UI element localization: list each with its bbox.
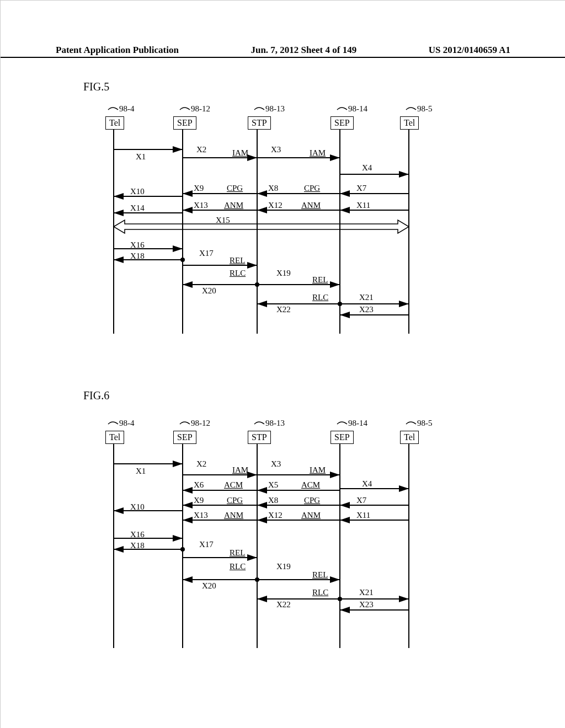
lifeline6-3: [257, 444, 258, 648]
fig6-diagram: 98-4 98-12 98-13 98-14 98-5 Tel SEP STP …: [83, 420, 470, 684]
x8b: X8: [268, 496, 278, 505]
x5b: X5: [268, 480, 278, 490]
msg-anm-1: ANM: [224, 201, 243, 210]
x3: X3: [271, 145, 281, 154]
x17: X17: [199, 249, 214, 258]
x2b: X2: [196, 459, 206, 469]
fig5-diagram: 98-4 98-12 98-13 98-14 98-5 Tel SEP STP …: [83, 105, 470, 370]
ref6-98-12: 98-12: [191, 419, 210, 428]
ref-98-12: 98-12: [191, 104, 210, 114]
x15: X15: [216, 216, 230, 225]
lifeline6-5: [408, 444, 409, 648]
x16b: X16: [130, 530, 145, 539]
x3b: X3: [271, 459, 281, 469]
lifeline-2: [182, 130, 183, 334]
x18b: X18: [130, 541, 145, 550]
msg-rel-2: REL: [312, 275, 328, 285]
msg6-rlc-1: RLC: [230, 562, 246, 571]
msg-cpg-1: CPG: [227, 184, 243, 193]
msg-anm-2: ANM: [301, 201, 321, 210]
page-header: Patent Application Publication Jun. 7, 2…: [1, 45, 565, 58]
x8: X8: [268, 184, 278, 193]
x13: X13: [194, 201, 208, 210]
msg-rlc-1: RLC: [230, 269, 246, 278]
x2: X2: [196, 145, 206, 154]
x10: X10: [130, 187, 145, 196]
msg-iam-2: IAM: [310, 148, 326, 158]
x20b: X20: [202, 581, 216, 591]
msg6-acm-1: ACM: [224, 480, 243, 490]
x9b: X9: [194, 496, 204, 505]
x21b: X21: [359, 588, 374, 597]
x12b: X12: [268, 511, 282, 520]
x19: X19: [276, 269, 291, 278]
x14: X14: [130, 204, 145, 213]
ref6-98-14: 98-14: [348, 419, 367, 428]
header-left: Patent Application Publication: [56, 45, 179, 56]
x13b: X13: [194, 511, 208, 520]
x16: X16: [130, 240, 145, 250]
msg6-cpg-1: CPG: [227, 496, 243, 505]
lifeline-5: [408, 130, 409, 334]
x7b: X7: [356, 496, 366, 505]
msg6-rel-1: REL: [230, 548, 245, 558]
node6-tel-right: Tel: [400, 431, 419, 444]
msg6-cpg-2: CPG: [304, 496, 320, 505]
msg6-anm-2: ANM: [301, 511, 321, 520]
fig6-label: FIG.6: [83, 389, 109, 402]
header-center: Jun. 7, 2012 Sheet 4 of 149: [250, 45, 356, 56]
ref6-98-4: 98-4: [119, 419, 135, 428]
node6-sep-right: SEP: [331, 431, 354, 444]
x22: X22: [276, 305, 291, 314]
msg-cpg-2: CPG: [304, 184, 320, 193]
x21: X21: [359, 293, 374, 302]
msg-rlc-2: RLC: [312, 293, 328, 302]
x22b: X22: [276, 600, 291, 609]
x4: X4: [362, 163, 372, 173]
node-sep-left: SEP: [173, 116, 196, 130]
ref-98-14: 98-14: [348, 104, 367, 114]
x23: X23: [359, 305, 374, 314]
x1: X1: [136, 152, 146, 162]
node-tel-right: Tel: [400, 116, 419, 130]
x9: X9: [194, 184, 204, 193]
node6-tel-left: Tel: [105, 431, 124, 444]
msg6-rel-2: REL: [312, 570, 328, 580]
ref-98-5: 98-5: [417, 104, 433, 114]
msg-rel-1: REL: [230, 256, 245, 265]
x19b: X19: [276, 562, 291, 571]
node-sep-right: SEP: [331, 116, 354, 130]
x11b: X11: [356, 511, 370, 520]
msg6-iam-1: IAM: [232, 465, 248, 475]
lifeline-3: [257, 130, 258, 334]
node-stp: STP: [248, 116, 271, 130]
msg6-rlc-2: RLC: [312, 588, 328, 597]
x10b: X10: [130, 502, 145, 512]
lifeline6-1: [113, 444, 114, 648]
x6b: X6: [194, 480, 204, 490]
ref6-98-13: 98-13: [265, 419, 285, 428]
x17b: X17: [199, 540, 214, 549]
node6-sep-left: SEP: [173, 431, 196, 444]
node6-stp: STP: [248, 431, 271, 444]
page: Patent Application Publication Jun. 7, 2…: [0, 0, 565, 728]
node-tel-left: Tel: [105, 116, 124, 130]
header-right: US 2012/0140659 A1: [429, 45, 510, 56]
fig5-label: FIG.5: [83, 81, 109, 93]
x20: X20: [202, 286, 216, 296]
msg-iam-1: IAM: [232, 148, 248, 158]
x11: X11: [356, 201, 370, 210]
msg6-anm-1: ANM: [224, 511, 243, 520]
ref-98-13: 98-13: [265, 104, 285, 114]
lifeline-4: [339, 130, 340, 334]
msg6-iam-2: IAM: [310, 465, 326, 475]
lifeline6-2: [182, 444, 183, 648]
x23b: X23: [359, 600, 374, 609]
x7: X7: [356, 184, 366, 193]
x12: X12: [268, 201, 282, 210]
lifeline6-4: [339, 444, 340, 648]
ref-98-4: 98-4: [119, 104, 135, 114]
x4b: X4: [362, 479, 372, 489]
x1b: X1: [136, 467, 146, 476]
lifeline-1: [113, 130, 114, 334]
